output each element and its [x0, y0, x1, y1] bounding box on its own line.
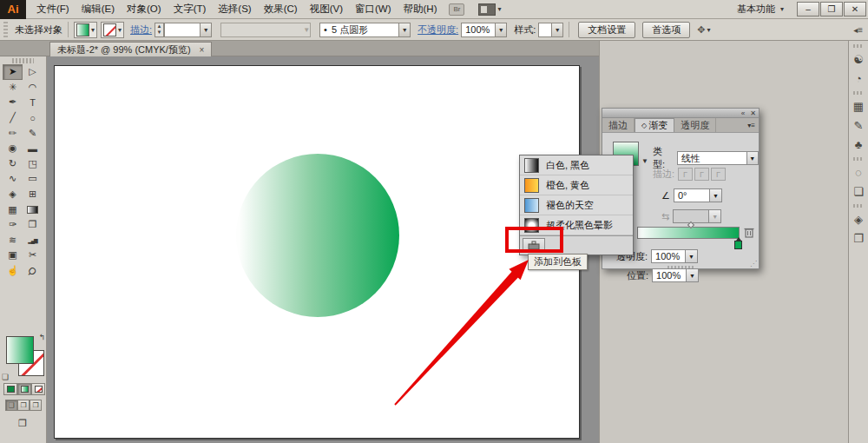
draw-inside-button[interactable]: ❒ — [30, 400, 42, 411]
eraser-tool[interactable]: ▬ — [23, 141, 43, 156]
blob-brush-tool[interactable]: ◉ — [3, 141, 23, 156]
workspace-caret-icon[interactable]: ▾ — [780, 5, 784, 13]
menu-file[interactable]: 文件(F) — [36, 3, 69, 16]
gradient-color-stop[interactable] — [734, 241, 742, 249]
arrange-documents-icon[interactable] — [478, 3, 496, 16]
line-segment-tool[interactable]: ╱ — [3, 110, 23, 126]
panel-menu-icon[interactable]: ▾≡ — [747, 122, 755, 129]
symbol-sprayer-tool[interactable]: ≋ — [3, 233, 23, 248]
dock-grip[interactable] — [853, 91, 864, 95]
menu-window[interactable]: 窗口(W) — [355, 3, 391, 16]
tab-transparency[interactable]: 透明度 — [674, 118, 716, 132]
control-panel-menu-icon[interactable]: ◂≡ — [853, 25, 863, 35]
hand-tool[interactable]: ☝ — [3, 263, 23, 279]
brush-definition-select[interactable]: • 5 点圆形 — [319, 23, 399, 37]
brushes-panel-icon[interactable]: ✎ — [849, 116, 868, 135]
control-bar-grip[interactable] — [3, 22, 8, 37]
color-panel-icon[interactable]: ☯ — [849, 50, 868, 69]
delete-stop-trash-icon[interactable] — [744, 227, 754, 238]
toolbox-grip[interactable] — [12, 58, 34, 63]
draw-behind-button[interactable]: ❒ — [17, 400, 30, 411]
collapse-panel-icon[interactable]: « — [741, 109, 745, 117]
gradient-slider[interactable] — [637, 227, 740, 239]
opacity-panel-link[interactable]: 不透明度: — [418, 23, 458, 36]
select-similar-icon[interactable]: ✥ — [697, 24, 705, 36]
magic-wand-tool[interactable]: ✳ — [3, 80, 23, 96]
menu-select[interactable]: 选择(S) — [218, 3, 251, 16]
opacity-field[interactable]: 100% — [461, 23, 496, 37]
screen-mode-button[interactable]: ❐ — [14, 416, 31, 430]
menu-type[interactable]: 文字(T) — [174, 3, 207, 16]
gradient-type-select[interactable]: 线性 — [677, 151, 747, 165]
close-button[interactable]: ✕ — [844, 2, 866, 17]
ellipse-tool[interactable]: ○ — [23, 110, 43, 126]
fill-color-button[interactable]: ▾ — [74, 22, 97, 38]
tab-close-icon[interactable]: × — [200, 45, 205, 55]
swatches-panel-icon[interactable]: ▦ — [849, 96, 868, 116]
menu-view[interactable]: 视图(V) — [310, 3, 343, 16]
menu-object[interactable]: 对象(O) — [127, 3, 161, 16]
stroke-weight-caret-icon[interactable]: ▼ — [201, 23, 212, 37]
panel-resize-grip[interactable]: ⋰ — [750, 260, 757, 268]
appearance-panel-icon[interactable]: ◌ — [849, 162, 868, 182]
tab-gradient[interactable]: ◇ 渐变 — [635, 118, 674, 132]
preset-orange-yellow[interactable]: 橙色, 黄色 — [520, 175, 633, 195]
lasso-tool[interactable]: ◠ — [23, 80, 43, 96]
color-button[interactable] — [3, 383, 17, 395]
style-caret-icon[interactable]: ▼ — [552, 23, 563, 37]
symbols-panel-icon[interactable]: ♣ — [849, 135, 868, 154]
perspective-grid-tool[interactable]: ⊞ — [23, 187, 43, 202]
layers-panel-icon[interactable]: ◈ — [849, 209, 868, 228]
draw-normal-button[interactable]: ❑ — [5, 400, 17, 411]
pencil-tool[interactable]: ✎ — [23, 125, 43, 141]
column-graph-tool[interactable]: ▂▄▆ — [23, 233, 43, 248]
preset-white-black[interactable]: 白色, 黑色 — [520, 155, 633, 175]
shape-builder-tool[interactable]: ◈ — [3, 187, 23, 202]
none-button[interactable] — [31, 383, 45, 395]
type-tool[interactable]: T — [23, 95, 43, 110]
stop-position-field[interactable]: 100% — [652, 268, 687, 282]
gradient-type-caret-icon[interactable]: ▼ — [747, 151, 759, 165]
rotate-tool[interactable]: ↻ — [3, 156, 23, 172]
panel-bottom-grip[interactable] — [667, 266, 694, 268]
restore-button[interactable]: ❐ — [820, 2, 843, 17]
opacity-caret-icon[interactable]: ▼ — [496, 23, 507, 37]
document-tab[interactable]: 未标题-2* @ 99% (CMYK/预览) × — [49, 42, 212, 56]
stroke-weight-field[interactable] — [164, 23, 201, 37]
stroke-panel-link[interactable]: 描边: — [130, 23, 152, 36]
bridge-icon[interactable]: Br — [449, 3, 464, 16]
gradient-presets-caret-icon[interactable]: ▼ — [641, 157, 648, 165]
dock-grip[interactable] — [853, 44, 864, 48]
dock-grip[interactable] — [853, 157, 864, 161]
stroke-color-button[interactable]: ▾ — [101, 22, 124, 38]
menu-help[interactable]: 帮助(H) — [404, 3, 437, 16]
default-fill-stroke-icon[interactable]: ❏ — [2, 373, 9, 381]
artboards-panel-icon[interactable]: ❐ — [849, 228, 868, 248]
swap-fill-stroke-icon[interactable]: ↰ — [38, 333, 45, 341]
pen-tool[interactable]: ✒ — [3, 95, 23, 110]
artboard[interactable] — [54, 65, 580, 439]
eyedropper-tool[interactable]: ✑ — [3, 217, 23, 233]
angle-field[interactable]: 0° — [674, 188, 710, 202]
scale-tool[interactable]: ◳ — [23, 156, 43, 172]
select-similar-caret-icon[interactable]: ▾ — [707, 26, 710, 34]
color-guide-panel-icon[interactable]: ◔ — [849, 69, 868, 88]
angle-caret-icon[interactable]: ▼ — [710, 188, 722, 202]
document-setup-button[interactable]: 文档设置 — [578, 22, 635, 38]
direct-selection-tool[interactable]: ▷ — [23, 64, 43, 80]
tab-stroke[interactable]: 描边 — [602, 118, 635, 132]
minimize-button[interactable]: – — [797, 2, 819, 17]
width-tool[interactable]: ∿ — [3, 171, 23, 187]
gradient-tool[interactable] — [23, 202, 43, 217]
artboard-tool[interactable]: ▣ — [3, 248, 23, 263]
close-panel-icon[interactable]: ✕ — [750, 109, 756, 117]
stop-opacity-field[interactable]: 100% — [651, 249, 686, 263]
paintbrush-tool[interactable]: ✏ — [3, 125, 23, 141]
mesh-tool[interactable]: ▦ — [3, 202, 23, 217]
preferences-button[interactable]: 首选项 — [642, 22, 690, 38]
free-transform-tool[interactable]: ▭ — [23, 171, 43, 187]
stroke-weight-stepper[interactable]: ▲▼ — [155, 23, 164, 37]
stop-position-caret-icon[interactable]: ▼ — [687, 268, 699, 282]
brush-definition-caret-icon[interactable]: ▼ — [399, 23, 411, 37]
graphic-styles-panel-icon[interactable]: ❏ — [849, 182, 868, 201]
